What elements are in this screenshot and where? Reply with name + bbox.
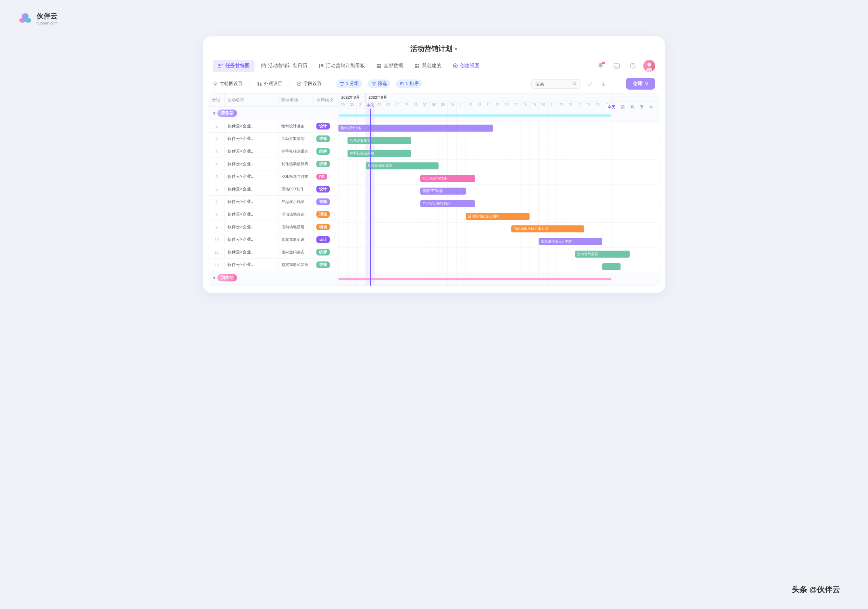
gantt-cell <box>347 185 356 197</box>
gantt-cell <box>466 235 475 248</box>
gantt-cell <box>475 185 484 197</box>
row-stage: 制作活动预算表 <box>279 159 314 169</box>
view-toggle-月[interactable]: 月 <box>628 104 637 109</box>
table-row[interactable]: 5 伙伴云×企业... KOL筛选与对接 PR <box>209 170 338 183</box>
table-row[interactable]: 9 伙伴云×企业... 活动场地搭建... 现场 <box>209 221 338 234</box>
style-settings-button[interactable]: 外观设置 <box>257 81 282 87</box>
tab-gantt[interactable]: 任务甘特图 <box>213 60 254 72</box>
row-tag: 统筹 <box>314 133 338 144</box>
gantt-cell <box>466 197 475 210</box>
group-badge-btn[interactable]: 1 分组 <box>336 79 362 88</box>
notification-button[interactable] <box>595 60 606 71</box>
gantt-cell <box>347 147 356 160</box>
gantt-cell <box>384 235 393 248</box>
table-row[interactable]: 8 伙伴云×企业... 活动场地筛选... 现场 <box>209 208 338 221</box>
gantt-cell <box>557 172 566 185</box>
gantt-cell <box>375 197 384 210</box>
more-button[interactable]: ··· <box>612 78 623 89</box>
gantt-cell <box>602 223 611 235</box>
gantt-cell <box>420 122 429 135</box>
field-settings-button[interactable]: 字段设置 <box>296 81 322 87</box>
tab-kanban[interactable]: 活动营销计划看板 <box>314 60 370 72</box>
gantt-cell <box>548 185 557 197</box>
view-toggle-季[interactable]: 季 <box>637 104 646 109</box>
gantt-cell <box>502 273 512 286</box>
tab-mine[interactable]: 我创建的 <box>409 60 446 72</box>
avatar[interactable] <box>643 60 655 72</box>
download-button[interactable] <box>598 78 609 89</box>
gantt-cell <box>521 135 530 147</box>
gantt-cell <box>429 172 439 185</box>
gantt-cell <box>457 197 466 210</box>
gantt-cell <box>566 109 575 122</box>
view-toggle-今天[interactable]: 今天 <box>605 104 618 109</box>
gantt-chart[interactable]: 2022年8月2022年9月 293031今天02030405060708091… <box>338 93 659 286</box>
gantt-cell <box>439 135 448 147</box>
gantt-cell <box>411 273 420 286</box>
gantt-cell <box>375 122 384 135</box>
search-input[interactable] <box>535 81 570 87</box>
gantt-cell <box>338 248 347 260</box>
svg-point-36 <box>299 83 300 84</box>
table-row[interactable]: 12 伙伴云×企业... 嘉宾邀请函发放 统筹 <box>209 259 338 271</box>
gantt-cell <box>521 248 530 260</box>
gantt-cell <box>502 122 512 135</box>
gantt-cell <box>420 210 429 223</box>
table-row[interactable]: 7 伙伴云×企业... 产品展示视频... 视频 <box>209 196 338 208</box>
day-col: 20 <box>539 102 548 109</box>
create-button[interactable]: 创建 ∨ <box>626 78 655 90</box>
row-tag: 现场 <box>314 209 338 220</box>
tab-calendar[interactable]: 活动营销计划日历 <box>256 60 312 72</box>
svg-rect-15 <box>380 64 381 65</box>
compass-button[interactable] <box>627 60 639 71</box>
stage-tag: 现场 <box>316 224 330 230</box>
gantt-cell <box>557 122 566 135</box>
gantt-cell <box>566 210 575 223</box>
sort-badge-btn[interactable]: 1 排序 <box>396 79 422 88</box>
view-toggle-年[interactable]: 年 <box>647 104 656 109</box>
tab-create-view[interactable]: 创建视图 <box>448 60 484 72</box>
inbox-button[interactable] <box>611 60 622 71</box>
gantt-cell <box>429 210 439 223</box>
tab-create-view-label: 创建视图 <box>460 63 479 69</box>
chevron-down-icon[interactable]: ∨ <box>454 46 458 51</box>
table-row[interactable]: 10 伙伴云×企业... 嘉宾邀请函设... 设计 <box>209 234 338 246</box>
filter-badge-btn[interactable]: 筛选 <box>368 79 390 88</box>
gantt-cell <box>530 223 539 235</box>
style-icon <box>257 81 262 87</box>
gantt-cell <box>521 172 530 185</box>
gantt-cell <box>384 273 393 286</box>
gantt-cell <box>548 122 557 135</box>
gantt-cell <box>539 197 548 210</box>
svg-rect-7 <box>262 64 266 68</box>
gantt-cell <box>484 185 493 197</box>
gantt-cell <box>575 248 584 260</box>
gantt-cell <box>593 109 602 122</box>
gantt-data-row <box>338 147 659 160</box>
gantt-cell <box>602 235 611 248</box>
svg-rect-14 <box>377 64 379 65</box>
table-body: ▾ 筹备期 1 伙伴云×企业... 物料设计准备 设计 2 伙伴云×企业... … <box>209 107 338 285</box>
svg-point-30 <box>648 63 651 67</box>
row-stage: 产品展示视频... <box>279 197 314 206</box>
table-row[interactable]: 3 伙伴云×企业... 伴手礼筛选采购 统筹 <box>209 145 338 158</box>
search-icon[interactable] <box>572 81 577 86</box>
gantt-cell <box>448 122 457 135</box>
plus-icon <box>453 63 458 68</box>
gantt-cell <box>548 210 557 223</box>
refresh-button[interactable] <box>584 78 595 89</box>
gantt-cell <box>475 210 484 223</box>
table-row[interactable]: 2 伙伴云×企业... 活动方案策划 统筹 <box>209 133 338 145</box>
gantt-cell <box>384 122 393 135</box>
gantt-cell <box>566 235 575 248</box>
gantt-settings-button[interactable]: 甘特图设置 <box>213 81 243 87</box>
table-row[interactable]: 1 伙伴云×企业... 物料设计准备 设计 <box>209 120 338 133</box>
view-toggle-周[interactable]: 周 <box>618 104 627 109</box>
table-row[interactable]: 6 伙伴云×企业... 现场PPT制作 设计 <box>209 183 338 196</box>
tab-all[interactable]: 全部数据 <box>371 60 408 72</box>
gantt-cell <box>493 160 502 172</box>
gantt-cell <box>338 172 347 185</box>
table-row[interactable]: 11 伙伴云×企业... 定向邀约嘉宾 统筹 <box>209 246 338 259</box>
gantt-cell <box>584 248 593 260</box>
table-row[interactable]: 4 伙伴云×企业... 制作活动预算表 统筹 <box>209 158 338 170</box>
